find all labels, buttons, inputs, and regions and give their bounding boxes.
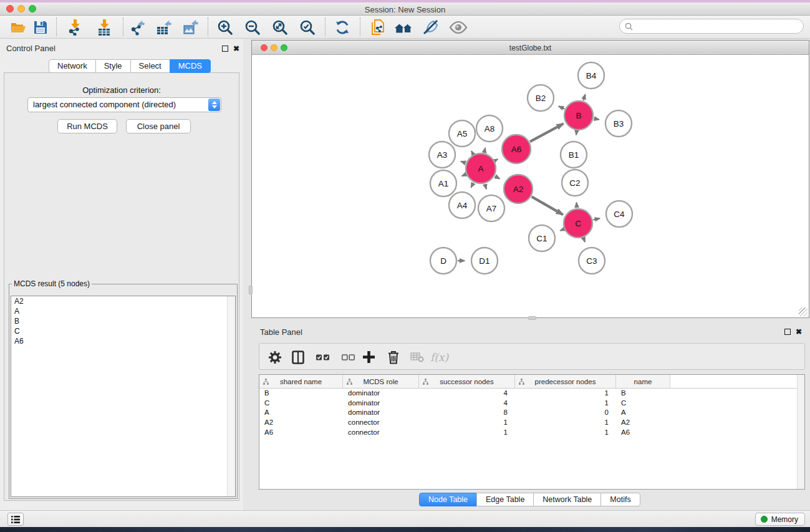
zoom-out-icon[interactable] (243, 18, 262, 37)
zoom-selected-icon[interactable] (298, 18, 317, 37)
add-column-icon[interactable] (363, 350, 375, 364)
delete-column-icon[interactable] (388, 350, 399, 364)
resize-grip-icon[interactable] (799, 307, 808, 316)
column-header-shared-name[interactable]: shared name (259, 375, 343, 388)
node-A3[interactable]: A3 (429, 142, 455, 168)
export-table-icon[interactable] (155, 18, 173, 37)
column-header-MCDS-role[interactable]: MCDS role (343, 375, 419, 388)
function-builder-icon[interactable]: f(x) (430, 350, 448, 364)
open-session-icon[interactable] (9, 18, 27, 37)
edge-B-B3[interactable] (594, 118, 599, 120)
node-A5[interactable]: A5 (449, 120, 475, 147)
result-scrollbar[interactable] (227, 296, 235, 496)
run-mcds-button[interactable]: Run MCDS (57, 119, 117, 133)
edge-C-C2[interactable] (576, 203, 577, 208)
edge-A2-C[interactable] (532, 196, 563, 215)
close-panel-button[interactable]: Close panel (126, 119, 191, 133)
node-B2[interactable]: B2 (528, 85, 554, 111)
node-B4[interactable]: B4 (578, 62, 604, 89)
edge-A-A5[interactable] (471, 151, 473, 154)
result-item[interactable]: B (11, 316, 235, 326)
node-A2[interactable]: A2 (504, 175, 533, 203)
node-C4[interactable]: C4 (606, 201, 632, 227)
node-A1[interactable]: A1 (430, 170, 456, 196)
home-icon[interactable] (394, 18, 413, 37)
tab-style[interactable]: Style (95, 59, 131, 73)
export-image-icon[interactable] (181, 18, 200, 37)
node-D[interactable]: D (430, 248, 456, 274)
edge-C-C3[interactable] (584, 238, 585, 241)
column-header-successor-nodes[interactable]: successor nodes (419, 375, 515, 388)
tab-network-table[interactable]: Network Table (533, 493, 601, 506)
float-table-panel-icon[interactable] (784, 329, 791, 335)
network-graph[interactable]: AA1A2A3A4A5A6A7A8BB1B2B3B4CC1C2C3C4DD1 (252, 55, 809, 317)
edge-A-A6[interactable] (495, 159, 498, 160)
tab-motifs[interactable]: Motifs (600, 493, 640, 506)
edge-C-C4[interactable] (593, 218, 599, 220)
node-C[interactable]: C (564, 209, 592, 238)
node-A7[interactable]: A7 (478, 195, 504, 221)
delete-table-icon[interactable] (410, 350, 424, 364)
tab-mcds[interactable]: MCDS (170, 59, 211, 73)
edge-C-C1[interactable] (561, 230, 564, 231)
close-table-panel-icon[interactable]: ✖ (796, 328, 802, 336)
select-all-icon[interactable] (316, 350, 329, 364)
result-item[interactable]: A6 (11, 336, 235, 346)
edge-A-A1[interactable] (462, 175, 466, 176)
edge-A-A4[interactable] (471, 183, 474, 187)
node-B1[interactable]: B1 (561, 142, 587, 168)
tab-select[interactable]: Select (130, 59, 170, 73)
criterion-select[interactable]: largest connected component (directed) (27, 97, 221, 112)
deselect-all-icon[interactable] (342, 350, 355, 364)
node-D1[interactable]: D1 (471, 248, 498, 274)
horizontal-scrollbar-thumb[interactable] (528, 316, 536, 320)
node-B[interactable]: B (564, 101, 593, 130)
vertical-scrollbar-thumb[interactable] (249, 286, 253, 294)
column-header-name[interactable]: name (616, 375, 670, 388)
result-item[interactable]: A2 (11, 296, 235, 306)
result-item[interactable]: A (11, 306, 235, 316)
import-table-icon[interactable] (95, 18, 113, 37)
node-A[interactable]: A (466, 153, 496, 183)
edge-A-A8[interactable] (485, 148, 486, 152)
memory-button[interactable]: Memory (755, 513, 805, 526)
table-row[interactable]: Adominator80A (259, 408, 804, 418)
table-scrollbar[interactable] (797, 375, 804, 489)
node-C1[interactable]: C1 (529, 225, 555, 251)
edge-A-A7[interactable] (485, 184, 486, 189)
node-C3[interactable]: C3 (579, 248, 605, 274)
task-history-button[interactable] (7, 513, 24, 526)
zoom-fit-icon[interactable] (271, 18, 289, 37)
node-A6[interactable]: A6 (502, 135, 531, 163)
edge-A-A3[interactable] (461, 162, 465, 163)
result-item[interactable]: C (11, 326, 235, 336)
table-row[interactable]: A2connector11A2 (259, 418, 804, 428)
tab-network[interactable]: Network (49, 59, 96, 73)
show-hide-graphics-icon[interactable] (449, 18, 468, 37)
table-settings-icon[interactable] (268, 350, 282, 364)
export-network-icon[interactable] (128, 18, 147, 37)
edge-B-B4[interactable] (583, 95, 585, 101)
tab-node-table[interactable]: Node Table (419, 493, 477, 506)
edge-A-A2[interactable] (495, 177, 499, 179)
search-field[interactable] (619, 19, 804, 34)
network-canvas[interactable]: AA1A2A3A4A5A6A7A8BB1B2B3B4CC1C2C3C4DD1 (252, 55, 809, 317)
node-C2[interactable]: C2 (562, 170, 588, 196)
node-A8[interactable]: A8 (476, 115, 503, 142)
save-session-icon[interactable] (31, 18, 50, 37)
edge-B-B1[interactable] (576, 131, 577, 135)
edge-B-B2[interactable] (559, 106, 564, 109)
column-browser-icon[interactable] (292, 350, 304, 364)
column-header-predecessor-nodes[interactable]: predecessor nodes (515, 375, 616, 388)
table-row[interactable]: A6connector11A6 (259, 428, 804, 438)
zoom-in-icon[interactable] (216, 18, 234, 37)
node-B3[interactable]: B3 (605, 110, 632, 137)
style-disabled-icon[interactable] (422, 18, 440, 37)
mcds-result-list[interactable]: A2ABCA6 (11, 296, 236, 497)
table-row[interactable]: Cdominator41C (259, 399, 804, 409)
node-A4[interactable]: A4 (449, 192, 475, 218)
clone-network-icon[interactable] (369, 18, 387, 37)
import-network-icon[interactable] (65, 18, 84, 37)
table-row[interactable]: Bdominator41B (259, 389, 804, 399)
close-panel-icon[interactable]: ✖ (233, 45, 239, 52)
